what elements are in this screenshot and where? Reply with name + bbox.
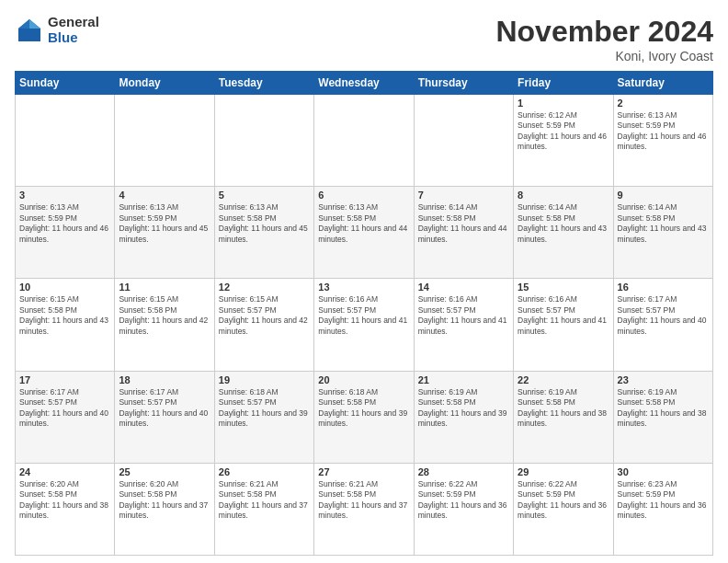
day-number: 10 (19, 282, 110, 293)
day-cell: 15Sunrise: 6:16 AMSunset: 5:57 PMDayligh… (514, 279, 613, 371)
logo: General Blue (15, 15, 99, 45)
day-cell: 17Sunrise: 6:17 AMSunset: 5:57 PMDayligh… (16, 371, 115, 463)
logo-general-text: General (48, 15, 99, 30)
day-number: 24 (19, 466, 110, 477)
day-info: Sunrise: 6:13 AMSunset: 5:59 PMDaylight:… (618, 110, 709, 153)
day-number: 30 (618, 466, 709, 477)
day-info: Sunrise: 6:17 AMSunset: 5:57 PMDaylight:… (618, 294, 709, 337)
day-number: 29 (518, 466, 609, 477)
day-number: 11 (119, 282, 210, 293)
day-cell: 12Sunrise: 6:15 AMSunset: 5:57 PMDayligh… (214, 279, 313, 371)
day-cell: 22Sunrise: 6:19 AMSunset: 5:58 PMDayligh… (514, 371, 613, 463)
day-info: Sunrise: 6:21 AMSunset: 5:58 PMDaylight:… (318, 479, 409, 522)
day-info: Sunrise: 6:23 AMSunset: 5:59 PMDaylight:… (618, 479, 709, 522)
day-number: 20 (318, 374, 409, 385)
day-number: 14 (418, 282, 509, 293)
day-cell (414, 95, 513, 187)
day-info: Sunrise: 6:13 AMSunset: 5:59 PMDaylight:… (119, 202, 210, 245)
weekday-header-sunday: Sunday (16, 72, 115, 95)
day-number: 5 (219, 190, 310, 201)
day-cell: 9Sunrise: 6:14 AMSunset: 5:58 PMDaylight… (613, 187, 712, 279)
day-info: Sunrise: 6:22 AMSunset: 5:59 PMDaylight:… (418, 479, 509, 522)
day-info: Sunrise: 6:19 AMSunset: 5:58 PMDaylight:… (418, 387, 509, 430)
calendar-table: SundayMondayTuesdayWednesdayThursdayFrid… (15, 71, 713, 556)
logo-blue-text: Blue (48, 30, 99, 46)
month-title: November 2024 (495, 15, 713, 49)
day-cell: 27Sunrise: 6:21 AMSunset: 5:58 PMDayligh… (314, 463, 414, 555)
day-info: Sunrise: 6:15 AMSunset: 5:57 PMDaylight:… (219, 294, 310, 337)
day-number: 19 (219, 374, 310, 385)
day-number: 6 (318, 190, 409, 201)
day-cell (314, 95, 414, 187)
day-cell (214, 95, 313, 187)
day-info: Sunrise: 6:18 AMSunset: 5:57 PMDaylight:… (219, 387, 310, 430)
day-number: 26 (219, 466, 310, 477)
day-number: 3 (19, 190, 110, 201)
day-number: 13 (318, 282, 409, 293)
logo-icon (15, 16, 44, 45)
day-number: 12 (219, 282, 310, 293)
day-cell: 24Sunrise: 6:20 AMSunset: 5:58 PMDayligh… (16, 463, 115, 555)
day-cell: 11Sunrise: 6:15 AMSunset: 5:58 PMDayligh… (115, 279, 214, 371)
day-info: Sunrise: 6:15 AMSunset: 5:58 PMDaylight:… (19, 294, 110, 337)
day-info: Sunrise: 6:12 AMSunset: 5:59 PMDaylight:… (518, 110, 609, 153)
weekday-header-monday: Monday (115, 72, 214, 95)
title-section: November 2024 Koni, Ivory Coast (495, 15, 713, 63)
week-row-5: 24Sunrise: 6:20 AMSunset: 5:58 PMDayligh… (16, 463, 713, 555)
day-info: Sunrise: 6:14 AMSunset: 5:58 PMDaylight:… (518, 202, 609, 245)
calendar: SundayMondayTuesdayWednesdayThursdayFrid… (15, 71, 713, 556)
svg-marker-2 (18, 19, 29, 29)
day-number: 7 (418, 190, 509, 201)
day-cell: 3Sunrise: 6:13 AMSunset: 5:59 PMDaylight… (16, 187, 115, 279)
page: General Blue November 2024 Koni, Ivory C… (0, 0, 728, 563)
day-number: 17 (19, 374, 110, 385)
day-cell: 14Sunrise: 6:16 AMSunset: 5:57 PMDayligh… (414, 279, 513, 371)
day-info: Sunrise: 6:21 AMSunset: 5:58 PMDaylight:… (219, 479, 310, 522)
day-info: Sunrise: 6:22 AMSunset: 5:59 PMDaylight:… (518, 479, 609, 522)
day-cell: 5Sunrise: 6:13 AMSunset: 5:58 PMDaylight… (214, 187, 313, 279)
day-info: Sunrise: 6:13 AMSunset: 5:59 PMDaylight:… (19, 202, 110, 245)
day-cell: 25Sunrise: 6:20 AMSunset: 5:58 PMDayligh… (115, 463, 214, 555)
day-number: 28 (418, 466, 509, 477)
day-info: Sunrise: 6:15 AMSunset: 5:58 PMDaylight:… (119, 294, 210, 337)
day-cell: 23Sunrise: 6:19 AMSunset: 5:58 PMDayligh… (613, 371, 712, 463)
location: Koni, Ivory Coast (495, 49, 713, 63)
day-number: 9 (618, 190, 709, 201)
day-info: Sunrise: 6:19 AMSunset: 5:58 PMDaylight:… (618, 387, 709, 430)
day-number: 21 (418, 374, 509, 385)
calendar-body: 1Sunrise: 6:12 AMSunset: 5:59 PMDaylight… (16, 95, 713, 556)
day-cell (16, 95, 115, 187)
day-cell: 16Sunrise: 6:17 AMSunset: 5:57 PMDayligh… (613, 279, 712, 371)
week-row-4: 17Sunrise: 6:17 AMSunset: 5:57 PMDayligh… (16, 371, 713, 463)
header: General Blue November 2024 Koni, Ivory C… (15, 15, 713, 63)
svg-marker-1 (29, 19, 40, 29)
day-cell: 20Sunrise: 6:18 AMSunset: 5:58 PMDayligh… (314, 371, 414, 463)
day-info: Sunrise: 6:19 AMSunset: 5:58 PMDaylight:… (518, 387, 609, 430)
day-cell: 29Sunrise: 6:22 AMSunset: 5:59 PMDayligh… (514, 463, 613, 555)
day-cell: 30Sunrise: 6:23 AMSunset: 5:59 PMDayligh… (613, 463, 712, 555)
day-number: 27 (318, 466, 409, 477)
day-info: Sunrise: 6:17 AMSunset: 5:57 PMDaylight:… (119, 387, 210, 430)
weekday-header-saturday: Saturday (613, 72, 712, 95)
week-row-1: 1Sunrise: 6:12 AMSunset: 5:59 PMDaylight… (16, 95, 713, 187)
day-info: Sunrise: 6:13 AMSunset: 5:58 PMDaylight:… (318, 202, 409, 245)
day-info: Sunrise: 6:16 AMSunset: 5:57 PMDaylight:… (418, 294, 509, 337)
day-info: Sunrise: 6:20 AMSunset: 5:58 PMDaylight:… (119, 479, 210, 522)
day-cell: 8Sunrise: 6:14 AMSunset: 5:58 PMDaylight… (514, 187, 613, 279)
day-cell (115, 95, 214, 187)
logo-text: General Blue (48, 15, 99, 45)
day-number: 16 (618, 282, 709, 293)
day-number: 22 (518, 374, 609, 385)
day-cell: 18Sunrise: 6:17 AMSunset: 5:57 PMDayligh… (115, 371, 214, 463)
day-cell: 1Sunrise: 6:12 AMSunset: 5:59 PMDaylight… (514, 95, 613, 187)
day-info: Sunrise: 6:16 AMSunset: 5:57 PMDaylight:… (518, 294, 609, 337)
day-cell: 7Sunrise: 6:14 AMSunset: 5:58 PMDaylight… (414, 187, 513, 279)
day-cell: 26Sunrise: 6:21 AMSunset: 5:58 PMDayligh… (214, 463, 313, 555)
day-number: 8 (518, 190, 609, 201)
day-number: 25 (119, 466, 210, 477)
weekday-header-wednesday: Wednesday (314, 72, 414, 95)
weekday-header-friday: Friday (514, 72, 613, 95)
day-info: Sunrise: 6:17 AMSunset: 5:57 PMDaylight:… (19, 387, 110, 430)
day-cell: 10Sunrise: 6:15 AMSunset: 5:58 PMDayligh… (16, 279, 115, 371)
day-info: Sunrise: 6:13 AMSunset: 5:58 PMDaylight:… (219, 202, 310, 245)
